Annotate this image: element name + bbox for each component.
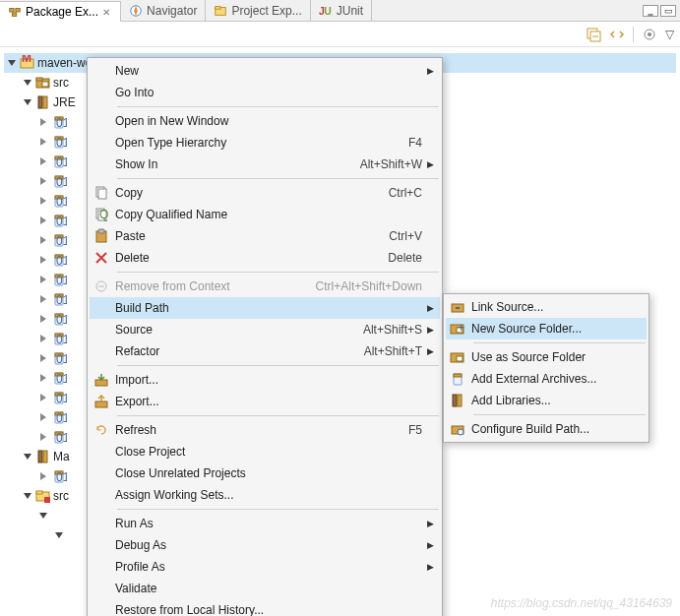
expand-icon[interactable] [22, 96, 33, 108]
collapse-icon[interactable] [37, 234, 49, 246]
collapse-icon[interactable] [37, 136, 49, 148]
tree-label: JRE [53, 95, 76, 109]
menu-item-label: Go Into [113, 86, 422, 99]
expand-icon[interactable] [22, 77, 33, 89]
menu-item-run-as[interactable]: Run As▶ [90, 513, 440, 534]
menu-item-open-in-new-window[interactable]: Open in New Window [90, 110, 440, 132]
menu-item-accelerator: Ctrl+V [369, 229, 422, 243]
menu-item-export[interactable]: Export... [90, 391, 440, 412]
menu-item-validate[interactable]: Validate [90, 578, 440, 599]
svg-point-101 [458, 429, 464, 435]
menu-item-label: Restore from Local History... [113, 603, 422, 616]
svg-rect-99 [458, 395, 462, 406]
svg-rect-77 [36, 491, 42, 494]
menu-item-use-as-source-folder[interactable]: Use as Source Folder [446, 346, 647, 368]
submenu-arrow-icon: ▶ [427, 519, 434, 528]
close-icon[interactable]: ✕ [102, 7, 112, 17]
menu-item-close-unrelated-projects[interactable]: Close Unrelated Projects [90, 462, 440, 484]
collapse-icon[interactable] [37, 392, 49, 403]
menu-item-label: Profile As [113, 560, 422, 574]
paste-icon [90, 225, 113, 247]
collapse-icon[interactable] [37, 313, 49, 325]
menu-item-profile-as[interactable]: Profile As▶ [90, 556, 440, 578]
expand-icon[interactable] [22, 490, 33, 502]
menu-item-debug-as[interactable]: Debug As▶ [90, 534, 440, 556]
menu-item-paste[interactable]: PasteCtrl+V [90, 225, 440, 247]
menu-item-configure-build-path[interactable]: Configure Build Path... [446, 418, 647, 440]
tab-project-explorer[interactable]: Project Exp... [206, 0, 310, 21]
svg-rect-85 [98, 229, 104, 233]
menu-item-accelerator: Alt+Shift+T [344, 344, 422, 358]
collapse-icon[interactable] [37, 215, 49, 226]
project-explorer-icon [214, 4, 227, 18]
minimize-button[interactable]: ‗ [643, 5, 658, 17]
copy-icon [90, 182, 113, 204]
svg-text:010: 010 [56, 136, 67, 150]
expand-icon[interactable] [53, 529, 65, 541]
collapse-icon[interactable] [37, 195, 49, 207]
collapse-icon[interactable] [37, 333, 49, 344]
collapse-icon[interactable] [37, 116, 49, 128]
collapse-all-icon[interactable] [586, 27, 601, 42]
view-menu-icon[interactable]: ▽ [665, 28, 674, 41]
tab-package-explorer[interactable]: Package Ex... ✕ [0, 1, 121, 22]
menu-item-open-type-hierarchy[interactable]: Open Type HierarchyF4 [90, 132, 440, 154]
menu-item-import[interactable]: Import... [90, 369, 440, 391]
collapse-icon[interactable] [37, 254, 49, 266]
menu-item-remove-from-context: Remove from ContextCtrl+Alt+Shift+Down [90, 276, 440, 297]
use-icon [446, 346, 469, 368]
svg-rect-80 [98, 189, 106, 199]
menu-item-show-in[interactable]: Show InAlt+Shift+W▶ [90, 154, 440, 175]
menu-item-copy-qualified-name[interactable]: QCopy Qualified Name [90, 204, 440, 225]
menu-item-new-source-folder[interactable]: +New Source Folder... [446, 318, 647, 339]
svg-text:010: 010 [56, 234, 67, 248]
tab-navigator[interactable]: Navigator [121, 0, 206, 21]
menu-item-go-into[interactable]: Go Into [90, 82, 440, 103]
collapse-icon[interactable] [37, 155, 49, 167]
menu-item-restore-from-local-history[interactable]: Restore from Local History... [90, 599, 440, 616]
svg-text:010: 010 [56, 431, 67, 445]
jar-icon: 010 [51, 468, 67, 484]
collapse-icon[interactable] [37, 274, 49, 285]
menu-item-delete[interactable]: DeleteDelete [90, 247, 440, 269]
menu-item-build-path[interactable]: Build Path▶ [90, 297, 440, 319]
collapse-icon[interactable] [37, 293, 49, 305]
menu-item-refresh[interactable]: RefreshF5 [90, 419, 440, 441]
menu-item-add-libraries[interactable]: Add Libraries... [446, 390, 647, 411]
menu-item-copy[interactable]: CopyCtrl+C [90, 182, 440, 204]
tab-junit[interactable]: JU JUnit [311, 0, 372, 21]
link-with-editor-icon[interactable] [609, 27, 625, 42]
focus-task-icon[interactable] [642, 27, 657, 42]
tree-label: Ma [53, 450, 70, 463]
collapse-icon[interactable] [37, 411, 49, 423]
menu-item-add-external-archives[interactable]: Add External Archives... [446, 368, 647, 390]
svg-text:010: 010 [56, 352, 67, 366]
expand-icon[interactable] [6, 57, 18, 69]
collapse-icon[interactable] [37, 470, 49, 482]
maximize-button[interactable]: ▭ [660, 5, 676, 17]
collapse-icon[interactable] [37, 431, 49, 443]
menu-item-label: Export... [113, 395, 422, 408]
jre-library-icon [35, 94, 51, 110]
menu-item-source[interactable]: SourceAlt+Shift+S▶ [90, 319, 440, 340]
svg-point-12 [648, 32, 651, 36]
collapse-icon[interactable] [37, 175, 49, 187]
expand-icon[interactable] [22, 451, 33, 462]
expand-icon[interactable] [37, 510, 49, 522]
menu-item-refactor[interactable]: RefactorAlt+Shift+T▶ [90, 340, 440, 362]
collapse-icon[interactable] [37, 372, 49, 384]
svg-rect-2 [12, 13, 16, 17]
blank-icon [90, 154, 113, 175]
menu-item-new[interactable]: New▶ [90, 60, 440, 82]
blank-icon [90, 441, 113, 462]
tab-label: JUnit [337, 4, 363, 18]
jar-icon: 010 [51, 173, 67, 189]
menu-item-assign-working-sets[interactable]: Assign Working Sets... [90, 484, 440, 506]
menu-item-label: Validate [113, 582, 422, 595]
menu-item-close-project[interactable]: Close Project [90, 441, 440, 462]
blank-icon [90, 578, 113, 599]
collapse-icon[interactable] [37, 352, 49, 364]
menu-item-link-source[interactable]: Link Source... [446, 296, 647, 318]
menu-item-accelerator: F5 [389, 423, 422, 437]
remove-icon [90, 276, 113, 297]
